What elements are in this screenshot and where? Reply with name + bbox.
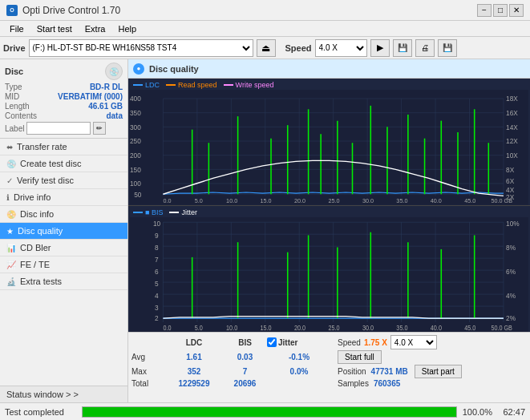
menu-start-test[interactable]: Start test	[30, 23, 79, 34]
svg-text:15.0: 15.0	[261, 197, 272, 204]
toolbar-btn3[interactable]: 💾	[438, 39, 457, 57]
max-jitter: 0.0%	[267, 367, 331, 376]
svg-text:20.0: 20.0	[294, 324, 306, 332]
progress-percent: 100.0%	[462, 407, 492, 417]
start-part-button[interactable]: Start part	[415, 365, 462, 378]
disc-info-label: Disc info	[20, 209, 54, 219]
status-window-label: Status window > >	[6, 390, 79, 399]
jitter-checkbox[interactable]	[267, 337, 277, 347]
status-window-button[interactable]: Status window > >	[0, 386, 127, 402]
disc-type-label: Type	[5, 83, 22, 91]
disc-icon: 💿	[105, 63, 123, 80]
jitter-legend: Jitter	[169, 208, 197, 216]
nav-item-cd-bler[interactable]: 📊 CD Bler	[0, 240, 127, 256]
svg-text:10%: 10%	[506, 219, 520, 228]
progress-bar-container	[82, 406, 457, 418]
menu-file[interactable]: File	[3, 23, 30, 34]
col-header-jitter: Jitter	[278, 338, 297, 347]
svg-text:100: 100	[130, 180, 141, 188]
svg-text:5: 5	[155, 279, 159, 288]
disc-quality-panel-icon: ●	[133, 63, 144, 75]
samples-label: Samples	[338, 379, 369, 388]
svg-text:8%: 8%	[506, 243, 516, 252]
cd-bler-icon: 📊	[6, 244, 16, 252]
svg-text:6%: 6%	[506, 267, 516, 276]
disc-quality-label: Disc quality	[18, 226, 63, 236]
toolbar-btn1[interactable]: 💾	[393, 39, 412, 57]
nav-item-extra-tests[interactable]: 🔬 Extra tests	[0, 273, 127, 290]
disc-length-label: Length	[5, 102, 30, 111]
maximize-button[interactable]: □	[493, 4, 508, 17]
extra-tests-label: Extra tests	[20, 277, 62, 286]
svg-text:25.0: 25.0	[328, 324, 340, 332]
svg-text:6: 6	[155, 267, 159, 276]
nav-item-disc-info[interactable]: 📀 Disc info	[0, 206, 127, 223]
ldc-chart-svg: 400 350 300 250 200 150 100 50 18X 16X 1…	[130, 90, 528, 205]
left-panel: Disc 💿 Type BD-R DL MID VERBATIMf (000) …	[0, 59, 128, 402]
nav-item-transfer-rate[interactable]: ⬌ Transfer rate	[0, 139, 127, 155]
transfer-rate-icon: ⬌	[6, 143, 13, 151]
speed-select[interactable]: 4.0 X	[315, 39, 367, 57]
svg-text:45.0: 45.0	[464, 197, 475, 204]
drive-select[interactable]: (F:) HL-DT-ST BD-RE WH16NS58 TST4	[29, 39, 253, 57]
avg-ldc: 1.61	[165, 353, 223, 361]
nav-items: ⬌ Transfer rate 💿 Create test disc ✓ Ver…	[0, 139, 127, 386]
svg-text:2: 2	[155, 313, 159, 321]
nav-item-drive-info[interactable]: ℹ Drive info	[0, 189, 127, 206]
svg-text:18X: 18X	[506, 95, 518, 103]
close-button[interactable]: ✕	[509, 4, 524, 17]
title-bar: O Opti Drive Control 1.70 − □ ✕	[0, 0, 530, 21]
svg-text:8X: 8X	[506, 165, 514, 173]
svg-text:6X: 6X	[506, 177, 514, 185]
disc-contents-label: Contents	[5, 111, 37, 120]
nav-item-verify-test-disc[interactable]: ✓ Verify test disc	[0, 172, 127, 189]
position-value: 47731 MB	[371, 367, 408, 376]
menu-extra[interactable]: Extra	[79, 23, 112, 34]
stats-row-avg: Avg 1.61 0.03 -0.1% Start full	[131, 350, 527, 364]
total-ldc: 1229529	[165, 379, 223, 388]
nav-item-create-test-disc[interactable]: 💿 Create test disc	[0, 155, 127, 172]
speed-select-small[interactable]: 4.0 X	[390, 335, 437, 349]
svg-text:300: 300	[130, 123, 141, 131]
speed-set-button[interactable]: ▶	[370, 39, 390, 57]
svg-text:400: 400	[130, 95, 141, 103]
svg-text:5.0: 5.0	[195, 324, 204, 332]
svg-text:9: 9	[155, 231, 159, 240]
svg-text:30.0: 30.0	[362, 324, 374, 332]
svg-text:10.0: 10.0	[226, 324, 238, 332]
drive-eject-button[interactable]: ⏏	[257, 39, 276, 57]
max-bis: 7	[223, 367, 267, 376]
label-edit-button[interactable]: ✏	[93, 122, 106, 135]
svg-text:0.0: 0.0	[163, 197, 171, 204]
svg-text:0.0: 0.0	[163, 324, 172, 332]
svg-text:15.0: 15.0	[261, 324, 273, 332]
transfer-rate-label: Transfer rate	[17, 142, 67, 151]
top-chart: LDC Read speed Write speed	[128, 79, 530, 206]
nav-item-disc-quality[interactable]: ★ Disc quality	[0, 223, 127, 240]
menu-help[interactable]: Help	[111, 23, 143, 34]
start-full-button[interactable]: Start full	[338, 350, 382, 364]
disc-mid-row: MID VERBATIMf (000)	[5, 92, 123, 101]
disc-contents-value: data	[106, 111, 123, 120]
svg-text:4%: 4%	[506, 291, 516, 300]
svg-text:35.0: 35.0	[396, 324, 408, 332]
nav-item-fe-te[interactable]: 📈 FE / TE	[0, 256, 127, 273]
svg-text:8: 8	[155, 243, 159, 252]
disc-length-value: 46.61 GB	[88, 102, 123, 111]
fe-te-icon: 📈	[6, 260, 16, 269]
toolbar-btn2[interactable]: 🖨	[415, 39, 435, 57]
disc-quality-header: ● Disc quality	[128, 59, 530, 79]
drive-label: Drive	[3, 43, 26, 53]
total-label: Total	[131, 379, 165, 388]
svg-text:200: 200	[130, 151, 141, 160]
minimize-button[interactable]: −	[477, 4, 492, 17]
bis-chart-svg: 10 9 8 7 6 5 4 3 2 10% 8% 6% 4% 2% 0.0	[130, 217, 528, 333]
disc-type-value: BD-R DL	[90, 83, 123, 91]
disc-section-label: Disc	[5, 67, 23, 76]
label-input[interactable]	[26, 122, 91, 135]
svg-text:5.0: 5.0	[195, 197, 203, 204]
cd-bler-label: CD Bler	[20, 243, 51, 252]
svg-text:10X: 10X	[506, 151, 518, 160]
avg-jitter: -0.1%	[267, 353, 331, 361]
svg-text:12X: 12X	[506, 137, 518, 145]
